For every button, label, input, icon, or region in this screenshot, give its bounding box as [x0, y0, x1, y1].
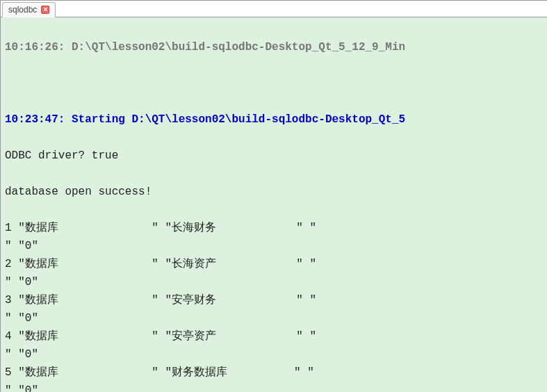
result-row-line: 5 "数据库 " "财务数据库 " ": [5, 364, 543, 382]
log-line-odbc: ODBC driver? true: [5, 147, 543, 165]
blank-line: [5, 74, 543, 92]
result-row-line: " "0": [5, 237, 543, 255]
log-line-timestamp: 10:16:26: D:\QT\lesson02\build-sqlodbc-D…: [5, 38, 543, 56]
log-line-starting: 10:23:47: Starting D:\QT\lesson02\build-…: [5, 111, 543, 129]
output-pane[interactable]: 10:16:26: D:\QT\lesson02\build-sqlodbc-D…: [1, 17, 547, 392]
tab-bar: sqlodbc ×: [1, 1, 547, 17]
result-row-line: 2 "数据库 " "长海资产 " ": [5, 255, 543, 273]
result-row-line: 3 "数据库 " "安亭财务 " ": [5, 291, 543, 309]
result-rows: 1 "数据库 " "长海财务 " "" "0"2 "数据库 " "长海资产 " …: [5, 219, 543, 392]
result-row-line: " "0": [5, 345, 543, 364]
log-line-dbopen: database open success!: [5, 183, 543, 201]
result-row-line: 4 "数据库 " "安亭资产 " ": [5, 327, 543, 345]
tab-label: sqlodbc: [8, 5, 37, 15]
result-row-line: " "0": [5, 382, 543, 392]
result-row-line: " "0": [5, 273, 543, 291]
close-icon[interactable]: ×: [41, 6, 49, 14]
editor-frame: sqlodbc × 10:16:26: D:\QT\lesson02\build…: [0, 0, 547, 392]
result-row-line: " "0": [5, 309, 543, 327]
result-row-line: 1 "数据库 " "长海财务 " ": [5, 219, 543, 237]
tab-sqlodbc[interactable]: sqlodbc ×: [2, 2, 56, 17]
